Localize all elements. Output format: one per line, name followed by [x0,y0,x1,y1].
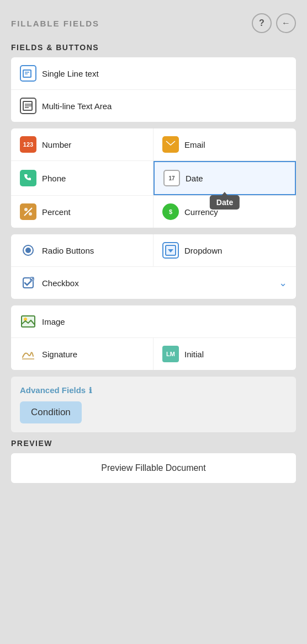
svg-text:$: $ [169,208,172,215]
advanced-info-icon: ℹ [89,386,92,395]
date-tooltip: Date [210,195,240,210]
data-fields-card: 123 Number Email Phone 1 [11,128,296,228]
radio-field[interactable]: Radio Buttons [11,234,154,266]
currency-icon: $ [162,203,179,220]
condition-button[interactable]: Condition [20,401,82,423]
svg-rect-21 [22,316,35,327]
phone-label: Phone [42,174,66,183]
initial-icon: LM [162,346,179,362]
preview-section-title: PREVIEW [11,439,296,448]
number-email-row: 123 Number Email [11,128,296,161]
svg-point-10 [29,212,32,216]
preview-button[interactable]: Preview Fillable Document [11,453,296,483]
fields-section-title: FIELDS & BUTTONS [11,43,296,52]
date-label: Date [186,174,203,183]
multi-line-field[interactable]: Multi-line Text Area [11,90,296,122]
text-fields-card: Single Line text Multi-line Text Area [11,57,296,122]
signature-icon [20,346,36,362]
signature-field[interactable]: Signature [11,338,154,370]
initial-label: Initial [184,350,204,359]
advanced-fields-header: Advanced Fields ℹ [20,385,287,395]
image-label: Image [42,317,65,326]
percent-currency-row: Percent $ Currency [11,196,296,228]
header-icons: ? ← [252,13,296,33]
initial-field[interactable]: LM Initial [154,338,296,370]
radio-label: Radio Buttons [42,246,94,255]
selection-fields-card: Radio Buttons Dropdown Checkbox ⌄ [11,234,296,299]
image-icon [20,313,36,330]
email-label: Email [184,140,205,149]
number-label: Number [42,140,71,149]
number-icon: 123 [20,136,36,153]
help-button[interactable]: ? [252,13,272,33]
signature-label: Signature [42,350,77,359]
image-field[interactable]: Image [11,305,296,338]
phone-icon [20,170,36,186]
checkbox-expand-icon[interactable]: ⌄ [279,277,287,289]
date-icon: 17 [163,170,180,186]
dropdown-icon [162,242,179,259]
percent-field[interactable]: Percent [11,196,154,228]
single-line-icon [20,65,36,82]
percent-icon [20,203,36,220]
phone-date-row: Phone 17 Date Date [11,161,296,196]
multi-line-label: Multi-line Text Area [42,101,112,111]
single-line-field[interactable]: Single Line text [11,57,296,90]
percent-label: Percent [42,207,71,217]
media-fields-card: Image Signature LM Initial [11,305,296,370]
multi-line-icon [20,98,36,114]
phone-field[interactable]: Phone [11,161,154,195]
svg-point-9 [24,208,28,211]
radio-icon [20,242,36,259]
page-title: FILLABLE FIELDS [11,19,99,28]
email-icon [162,136,179,153]
email-field[interactable]: Email [154,128,296,160]
checkbox-label: Checkbox [42,278,79,288]
svg-point-15 [25,248,31,253]
checkbox-icon [20,275,36,291]
page-header: FILLABLE FIELDS ? ← [11,13,296,33]
single-line-label: Single Line text [42,69,99,78]
date-field[interactable]: 17 Date Date [154,161,296,195]
dropdown-field[interactable]: Dropdown [154,234,296,266]
preview-card: Preview Fillable Document [11,453,296,483]
back-button[interactable]: ← [276,13,296,33]
radio-dropdown-row: Radio Buttons Dropdown [11,234,296,267]
advanced-fields-title: Advanced Fields [20,385,86,395]
preview-section: PREVIEW Preview Fillable Document [11,439,296,483]
advanced-fields-card: Advanced Fields ℹ Condition [11,377,296,432]
checkbox-field[interactable]: Checkbox ⌄ [11,267,296,299]
number-field[interactable]: 123 Number [11,128,154,160]
sig-initial-row: Signature LM Initial [11,338,296,370]
dropdown-label: Dropdown [184,246,222,255]
